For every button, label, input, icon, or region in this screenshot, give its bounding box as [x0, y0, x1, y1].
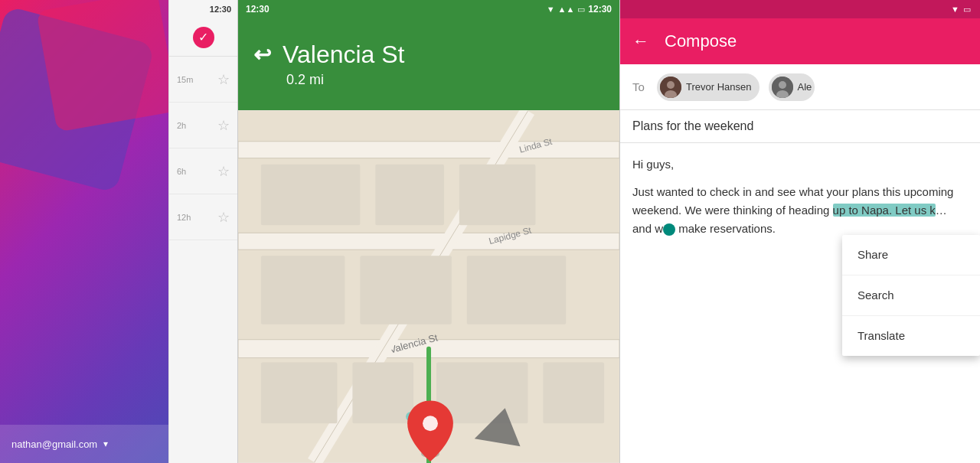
battery-icon: ▭: [963, 5, 971, 15]
compose-to-row: To Trevor Hansen Ale: [620, 64, 980, 110]
context-menu-share[interactable]: Share: [842, 235, 980, 276]
svg-rect-13: [360, 256, 452, 324]
compose-panel: ▼ ▭ ← Compose To Trevor Hansen: [620, 0, 980, 463]
compose-subject: Plans for the weekend: [632, 119, 753, 132]
svg-rect-3: [238, 233, 619, 249]
maps-time-right: 12:30: [588, 4, 612, 15]
gmail-account-row[interactable]: nathan@gmail.com ▾: [0, 425, 168, 463]
maps-distance: 0.2 mi: [286, 72, 604, 88]
svg-rect-11: [459, 165, 536, 226]
svg-point-28: [779, 81, 786, 89]
svg-rect-12: [261, 256, 345, 324]
recipient-name-alex: Ale: [798, 81, 812, 93]
compose-header: ← Compose: [620, 18, 980, 64]
item-time: 12h: [177, 213, 191, 222]
compose-back-button[interactable]: ←: [632, 31, 649, 51]
status-time: 12:30: [210, 5, 231, 14]
recipient-chip-alex[interactable]: Ale: [769, 73, 815, 101]
list-item[interactable]: 6h ☆: [169, 148, 237, 194]
compose-to-label: To: [632, 80, 648, 93]
svg-rect-14: [467, 256, 566, 324]
gmail-check-row: ✓: [169, 18, 237, 57]
recipient-chip-trevor[interactable]: Trevor Hansen: [657, 73, 760, 101]
compose-title: Compose: [665, 31, 737, 51]
maps-nav-row: ↩ Valencia St: [253, 41, 604, 69]
svg-rect-1: [238, 142, 619, 158]
context-menu-translate[interactable]: Translate: [842, 316, 980, 356]
signal-icon: ▼: [951, 5, 959, 14]
item-time: 6h: [177, 167, 186, 176]
maps-map-area[interactable]: Linda St Lapidge St Valencia St: [238, 110, 619, 463]
battery-icon: ▭: [577, 5, 585, 15]
avatar-alex-icon: [772, 77, 793, 98]
decorative-shape-2: [36, 0, 178, 132]
gmail-status-bar: 12:30: [169, 0, 237, 18]
svg-point-25: [667, 81, 675, 89]
gmail-email: nathan@gmail.com: [11, 439, 97, 450]
svg-point-23: [423, 416, 438, 431]
list-item[interactable]: 12h ☆: [169, 194, 237, 240]
context-menu: Share Search Translate: [842, 235, 980, 356]
compose-body[interactable]: Hi guys, Just wanted to check in and see…: [620, 143, 980, 463]
svg-rect-16: [352, 363, 413, 424]
svg-rect-9: [261, 165, 360, 226]
recipient-avatar-alex: [772, 77, 793, 98]
maps-header: ↩ Valencia St 0.2 mi: [238, 18, 619, 110]
compose-body-text: Just wanted to check in and see what you…: [632, 183, 968, 238]
gmail-list-panel: 12:30 ✓ 15m ☆ 2h ☆ 6h ☆ 12h ☆: [168, 0, 237, 463]
list-item[interactable]: 2h ☆: [169, 103, 237, 148]
recipient-name-trevor: Trevor Hansen: [686, 81, 752, 93]
maps-back-button[interactable]: ↩: [253, 42, 271, 67]
highlighted-text: up to Napa. Let us k: [833, 204, 936, 217]
star-icon[interactable]: ☆: [217, 71, 230, 88]
context-menu-search[interactable]: Search: [842, 276, 980, 316]
list-item[interactable]: 15m ☆: [169, 57, 237, 103]
svg-rect-15: [261, 363, 338, 424]
signal-icon: ▼: [547, 5, 555, 14]
compose-status-icons: ▼ ▭: [951, 5, 971, 15]
wifi-icon: ▲▲: [558, 5, 575, 14]
maps-status-bar: 12:30 ▼ ▲▲ ▭ 12:30: [238, 0, 619, 18]
check-icon: ✓: [193, 27, 214, 48]
svg-rect-10: [375, 165, 444, 226]
recipient-avatar-trevor: [660, 77, 681, 98]
gmail-panel: 12:30 ✓ 15m ☆ 2h ☆ 6h ☆ 12h ☆ nathan@gma…: [0, 0, 237, 463]
item-time: 2h: [177, 121, 186, 130]
compose-status-bar: ▼ ▭: [620, 0, 980, 18]
star-icon[interactable]: ☆: [217, 163, 230, 180]
star-icon[interactable]: ☆: [217, 209, 230, 226]
star-icon[interactable]: ☆: [217, 117, 230, 134]
text-selection-handle: [663, 223, 675, 236]
maps-status-icons: ▼ ▲▲ ▭ 12:30: [547, 4, 612, 15]
maps-street-name: Valencia St: [283, 41, 405, 69]
maps-status-time: 12:30: [246, 4, 270, 15]
maps-panel: 12:30 ▼ ▲▲ ▭ 12:30 ↩ Valencia St 0.2 mi …: [237, 0, 620, 463]
compose-subject-row: Plans for the weekend: [620, 110, 980, 143]
dropdown-icon[interactable]: ▾: [103, 439, 108, 449]
avatar-trevor-icon: [660, 77, 681, 98]
compose-greeting: Hi guys,: [632, 155, 968, 174]
item-time: 15m: [177, 75, 193, 84]
svg-rect-18: [543, 363, 604, 424]
maps-svg: Linda St Lapidge St Valencia St: [238, 110, 619, 463]
